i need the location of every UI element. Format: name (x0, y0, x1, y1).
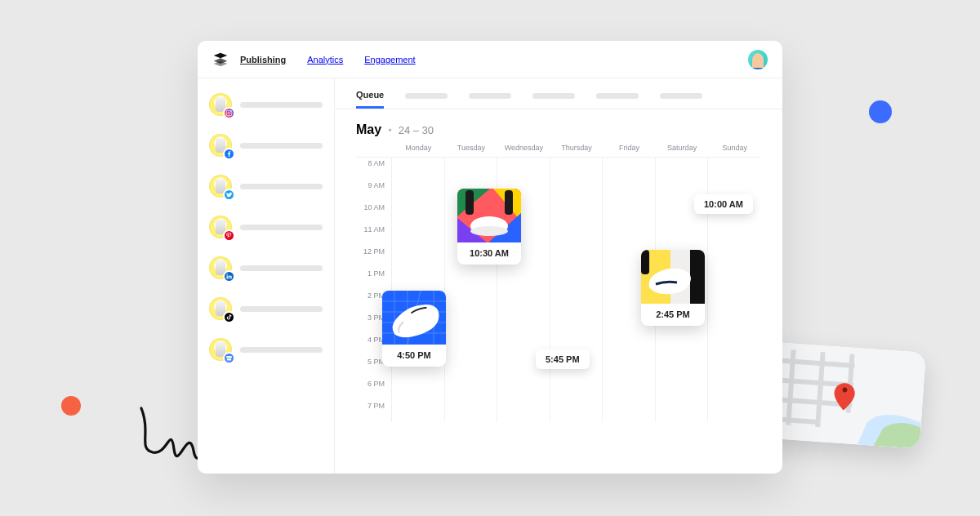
subtab-placeholder[interactable] (405, 91, 448, 109)
account-name-placeholder (240, 347, 323, 353)
account-name-placeholder (240, 184, 323, 189)
topbar: Publishing Analytics Engagement (198, 41, 782, 78)
decorative-dot-orange (61, 396, 81, 416)
sidebar-account-twitter[interactable] (209, 175, 323, 198)
account-avatar (209, 256, 232, 279)
subtab-queue[interactable]: Queue (356, 90, 384, 109)
period-separator: • (388, 124, 392, 136)
day-header: Tuesday (445, 144, 498, 152)
hour-label: 8 AM (356, 158, 392, 180)
svg-point-11 (470, 226, 508, 236)
sidebar-account-facebook[interactable] (209, 134, 323, 157)
calendar: . Monday Tuesday Wednesday Thursday Frid… (335, 144, 782, 465)
hour-label: 11 AM (356, 224, 392, 246)
post-time-label: 4:50 PM (382, 345, 446, 367)
account-avatar (209, 134, 232, 157)
hour-label: 7 PM (356, 400, 392, 422)
time-chip-sunday[interactable]: 10:00 AM (694, 194, 753, 214)
svg-point-3 (228, 112, 230, 114)
sidebar-account-instagram[interactable] (209, 93, 323, 116)
hour-label: 1 PM (356, 268, 392, 290)
period-label: May • 24 – 30 (335, 109, 782, 144)
post-thumbnail (382, 291, 446, 345)
account-name-placeholder (240, 143, 323, 149)
account-avatar (209, 175, 232, 198)
tiktok-icon (223, 311, 235, 323)
period-range: 24 – 30 (399, 124, 434, 136)
account-avatar (209, 338, 232, 361)
svg-point-4 (230, 111, 231, 112)
subtab-placeholder[interactable] (660, 91, 702, 109)
top-nav: Publishing Analytics Engagement (240, 55, 416, 64)
day-header: Saturday (656, 144, 709, 152)
day-header: Wednesday (497, 144, 550, 152)
nav-analytics[interactable]: Analytics (307, 55, 343, 64)
sidebar-account-google-business[interactable] (209, 338, 323, 361)
post-card-tuesday[interactable]: 4:50 PM (382, 291, 446, 367)
day-col-thursday[interactable] (550, 158, 604, 422)
svg-rect-25 (690, 250, 705, 304)
decorative-dot-blue (869, 100, 892, 123)
main: Queue May • 24 – 30 . Monday Tuesday Wed… (335, 78, 782, 474)
day-header: Friday (603, 144, 656, 152)
account-name-placeholder (240, 102, 323, 108)
time-column: 8 AM 9 AM 10 AM 11 AM 12 PM 1 PM 2 PM 3 … (356, 158, 392, 422)
calendar-header: . Monday Tuesday Wednesday Thursday Frid… (356, 144, 761, 157)
period-month: May (356, 122, 381, 137)
logo-icon (212, 51, 229, 68)
account-avatar (209, 297, 232, 320)
day-header: Monday (392, 144, 445, 152)
subtabs: Queue (335, 78, 782, 109)
facebook-icon (223, 148, 235, 160)
post-time-label: 10:30 AM (457, 242, 521, 265)
sidebar-account-pinterest[interactable] (209, 216, 323, 238)
pinterest-icon (223, 229, 235, 242)
account-name-placeholder (240, 265, 323, 271)
time-chip-thursday[interactable]: 5:45 PM (536, 349, 590, 369)
day-header: Sunday (708, 144, 761, 152)
hour-label: 9 AM (356, 180, 392, 202)
post-thumbnail (641, 250, 705, 304)
sidebar (198, 78, 335, 474)
post-thumbnail (457, 189, 521, 242)
twitter-icon (223, 189, 235, 201)
day-col-monday[interactable] (392, 158, 445, 422)
account-name-placeholder (240, 225, 323, 230)
hour-label: 6 PM (356, 378, 392, 400)
sidebar-account-tiktok[interactable] (209, 297, 323, 320)
svg-rect-26 (641, 250, 649, 274)
svg-rect-12 (466, 190, 474, 215)
hour-label: 12 PM (356, 246, 392, 268)
decorative-map-card (760, 341, 926, 448)
subtab-placeholder[interactable] (532, 91, 575, 109)
nav-engagement[interactable]: Engagement (364, 55, 415, 64)
post-time-label: 2:45 PM (641, 304, 705, 326)
linkedin-icon (223, 270, 235, 282)
post-card-saturday[interactable]: 2:45 PM (641, 250, 705, 326)
account-avatar (209, 216, 232, 238)
instagram-icon (223, 107, 235, 119)
sidebar-account-linkedin[interactable] (209, 256, 323, 279)
svg-rect-13 (505, 190, 513, 215)
subtab-placeholder[interactable] (596, 91, 639, 109)
nav-publishing[interactable]: Publishing (240, 55, 286, 64)
google-business-icon (223, 352, 235, 364)
day-header: Thursday (550, 144, 604, 152)
subtab-placeholder[interactable] (469, 91, 511, 109)
hour-label: 10 AM (356, 202, 392, 224)
app-window: Publishing Analytics Engagement (198, 41, 782, 474)
account-name-placeholder (240, 306, 323, 312)
account-avatar (209, 93, 232, 116)
user-avatar[interactable] (748, 50, 768, 69)
post-card-wednesday[interactable]: 10:30 AM (457, 189, 521, 265)
